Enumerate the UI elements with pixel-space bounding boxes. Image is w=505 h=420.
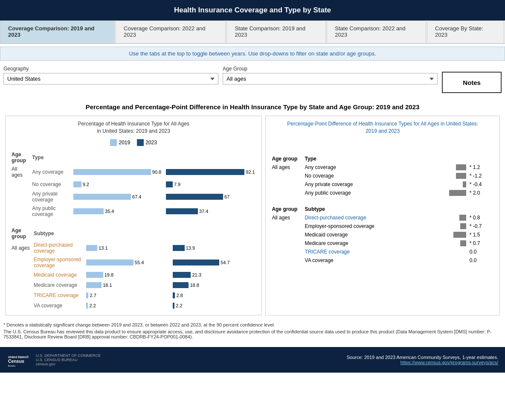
val-2019: 55.4 <box>135 260 144 265</box>
tab-coverage-2019-2023[interactable]: Coverage Comparison: 2019 and 2023 <box>0 20 115 43</box>
right-chart-title: Percentage-Point Difference of Health In… <box>270 120 495 135</box>
diff-bar-cell <box>391 248 467 256</box>
footer-dept: U.S. DEPARTMENT OF COMMERCE <box>36 353 101 358</box>
bar-2023 <box>166 208 198 214</box>
diff-row: TRICARE coverage 0.0 <box>270 248 495 256</box>
age-cell <box>10 280 32 290</box>
val-2019: 2.7 <box>90 293 96 298</box>
census-logo-svg: United States® Census Bureau <box>7 351 32 368</box>
diff-val-cell: * 1.5 <box>468 230 495 239</box>
legend-2019-label: 2019 <box>119 140 130 146</box>
tab-state-2022-2023[interactable]: State Comparison: 2022 and 2023 <box>327 20 426 43</box>
notes-button[interactable]: Notes <box>442 72 502 93</box>
diff-val-cell: * 0.8 <box>468 213 495 222</box>
diff-bar-pos <box>456 164 466 170</box>
diff-age-cell <box>270 180 303 189</box>
tab-coverage-by-state-2023[interactable]: Coverage By State: 2023 <box>427 20 504 43</box>
bar-2019 <box>73 181 81 187</box>
bar-cell-2019: 90.8 <box>72 165 164 179</box>
diff-age-cell <box>270 189 303 197</box>
val-2023: 2.2 <box>176 303 182 308</box>
bar-2023 <box>173 292 175 298</box>
left-bar-table: Age group Type All ages Any coverage 90.… <box>10 150 257 219</box>
bar-cell-2023: 2.8 <box>171 290 258 300</box>
bar-2023 <box>173 282 189 288</box>
left-subtype-table: Age group Subtype All ages Direct-purcha… <box>10 226 257 311</box>
type-cell: No coverage <box>30 179 72 190</box>
diff-val-cell: * 0.7 <box>468 239 495 248</box>
bar-cell-2019: 13.1 <box>84 241 171 255</box>
diff-type-cell: Direct-purchased coverage <box>303 213 391 222</box>
diff-val-cell: * -1.2 <box>468 172 495 180</box>
diff-row: No coverage * -1.2 <box>270 172 495 180</box>
type-label: Any public coverage <box>32 205 55 217</box>
diff-bar-cell <box>391 189 467 197</box>
diff-type-cell: No coverage <box>303 172 391 180</box>
type-label: Any coverage <box>32 169 63 175</box>
age-cell <box>10 300 32 311</box>
val-2023: 67 <box>224 194 229 199</box>
diff-row: Any public coverage * 2.0 <box>270 189 495 197</box>
subtype-link[interactable]: Employer-sponsored coverage <box>34 257 81 268</box>
diff-val-cell: * -0.7 <box>468 222 495 230</box>
age-cell <box>10 290 32 300</box>
diff-age-cell <box>270 248 303 256</box>
age-cell <box>10 204 30 219</box>
val-2023: 92.1 <box>246 169 255 175</box>
bar-cell-2023: 2.2 <box>171 300 258 311</box>
diff-age-cell <box>270 230 303 239</box>
diff-age-cell: All ages <box>270 213 303 222</box>
right-chart-panel: Percentage-Point Difference of Health In… <box>265 116 500 315</box>
type-cell: Employer-sponsored coverage <box>32 255 84 270</box>
diff-type-cell: VA coverage <box>303 256 391 265</box>
footer-link[interactable]: https://www.census.gov/programs-surveys/… <box>401 360 498 365</box>
diff-row: Medicaid coverage * 1.5 <box>270 230 495 239</box>
left-chart-panel: Percentage of Health Insurance Type for … <box>5 116 262 315</box>
legend-2023-label: 2023 <box>145 140 157 146</box>
footer-bureau: U.S. CENSUS BUREAU <box>36 358 101 362</box>
type-cell: TRICARE coverage <box>32 290 84 300</box>
val-2023: 2.8 <box>176 293 183 298</box>
age-group-label: Age Group <box>223 66 438 72</box>
bar-cell-2019: 19.8 <box>84 270 171 280</box>
geography-select[interactable]: United States <box>3 73 218 85</box>
type-label: Medicare coverage <box>34 282 77 288</box>
tab-bar: Coverage Comparison: 2019 and 2023 Cover… <box>0 20 505 44</box>
val-2019: 9.2 <box>83 182 89 187</box>
charts-wrapper: Percentage of Health Insurance Type for … <box>0 116 505 315</box>
diff-age-cell <box>270 256 303 265</box>
val-2019: 18.1 <box>103 283 112 288</box>
footer-source-text: Source: 2019 and 2023 American Community… <box>347 355 498 360</box>
diff-type-cell: TRICARE coverage <box>303 248 391 256</box>
bar-cell-2023: 21.3 <box>171 270 258 280</box>
diff-age-cell <box>270 172 303 180</box>
subtype-link[interactable]: TRICARE coverage <box>34 292 78 298</box>
diff-val-cell: 0.0 <box>468 248 495 256</box>
type-label: Any private coverage <box>32 191 58 203</box>
legend-2023-box <box>137 139 144 146</box>
bar-2023 <box>166 169 244 175</box>
diff-bar-cell <box>391 163 467 172</box>
header: Health Insurance Coverage and Type by St… <box>0 0 505 20</box>
diff-bar-cell <box>391 222 467 230</box>
bar-row: Medicaid coverage 19.8 21.3 <box>10 270 257 280</box>
bar-2019 <box>86 245 97 251</box>
diff-bar-pos <box>453 232 466 238</box>
bar-2023 <box>166 194 223 200</box>
subtype-link[interactable]: Medicaid coverage <box>34 272 77 278</box>
bar-cell-2023: 18.8 <box>171 280 258 290</box>
svg-text:Bureau: Bureau <box>8 364 15 367</box>
subtype-link[interactable]: Direct-purchased coverage <box>34 242 73 254</box>
tab-coverage-2022-2023[interactable]: Coverage Comparison: 2022 and 2023 <box>116 20 226 43</box>
diff-bar-cell <box>391 256 467 265</box>
bar-2023 <box>166 181 173 187</box>
diff-bar-pos <box>460 240 466 246</box>
diff-bar-neg <box>460 223 466 229</box>
diff-bar-neg <box>456 173 466 179</box>
type-cell: VA coverage <box>32 300 84 311</box>
age-group-select[interactable]: All ages <box>223 73 438 85</box>
diff-bar-cell <box>391 180 467 189</box>
diff-type-cell: Employer-sponsored coverage <box>303 222 391 230</box>
tab-state-2019-2023[interactable]: State Comparison: 2019 and 2023 <box>226 20 326 43</box>
filters-row: Geography United States Age Group All ag… <box>0 63 505 96</box>
